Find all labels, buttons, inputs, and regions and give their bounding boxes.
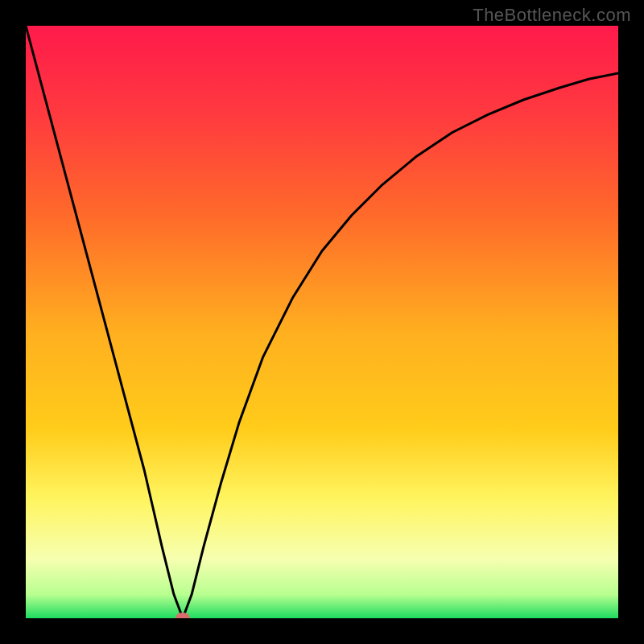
- plot-area: [26, 26, 618, 618]
- watermark-text: TheBottleneck.com: [473, 5, 631, 26]
- chart-frame: TheBottleneck.com: [0, 0, 644, 644]
- gradient-background: [26, 26, 618, 618]
- chart-svg: [26, 26, 618, 618]
- optimum-marker: [175, 613, 190, 618]
